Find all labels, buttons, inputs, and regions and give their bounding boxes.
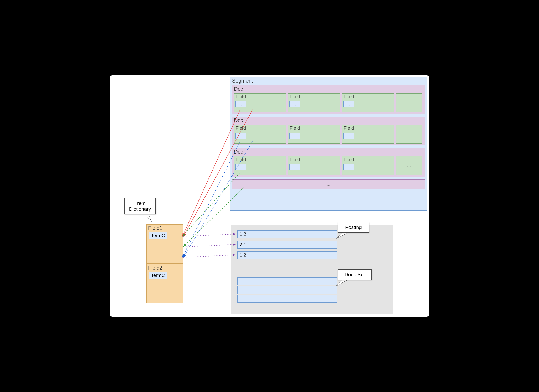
field-box: Field TermTerm... (342, 93, 394, 112)
term-more: ... (235, 164, 246, 170)
dict-field1-label: Field1 (147, 225, 183, 232)
doc-label: Doc (232, 148, 425, 155)
field-box: Field TermTerm... (342, 125, 394, 144)
dict-field2-label: Field2 (147, 264, 183, 271)
term-more: ... (235, 101, 246, 107)
field-label: Field (342, 156, 394, 163)
doc-label: Doc (232, 117, 425, 124)
term-more: ... (289, 164, 300, 170)
svg-line-9 (183, 234, 235, 236)
docidset-row (237, 286, 337, 294)
segment-box: Segment Doc Field TermTerm... Field Term… (230, 77, 427, 211)
term-more: ... (289, 101, 300, 107)
field-box: Field TermTerm... (234, 93, 286, 112)
callout-posting: Posting (338, 222, 369, 233)
doc-box: Doc Field TermTerm... Field TermTerm... … (232, 117, 425, 145)
field-label: Field (288, 125, 340, 132)
term-more: ... (235, 133, 246, 139)
dict-field1: Field1 TermA TermB TermC (146, 224, 183, 264)
docidset-row (237, 295, 337, 303)
field-box: Field TermTerm... (288, 93, 340, 112)
docidset-row (237, 277, 337, 285)
field-label: Field (288, 94, 340, 100)
term-more: ... (343, 101, 354, 107)
field-box: Field TermTerm... (288, 125, 340, 144)
field-label: Field (342, 125, 394, 132)
svg-line-11 (183, 255, 235, 257)
field-label: Field (234, 94, 286, 100)
posting-row: 1 2 (237, 251, 337, 259)
doc-more: ... (232, 179, 425, 189)
doc-box: Doc Field TermTerm... Field TermTerm... … (232, 148, 425, 177)
field-label: Field (234, 125, 286, 132)
field-label: Field (288, 156, 340, 163)
field-box: Field TermTerm... (234, 156, 286, 175)
dict-field2: Field2 TermA TermB TermC (146, 264, 183, 303)
svg-line-10 (183, 244, 235, 247)
field-box: Field TermTerm... (288, 156, 340, 175)
dict-term: TermC (149, 232, 167, 239)
field-more: ... (396, 93, 422, 112)
field-box: Field TermTerm... (234, 125, 286, 144)
term-more: ... (343, 164, 354, 170)
doc-box: Doc Field TermTerm... Field TermTerm... … (232, 85, 425, 114)
field-box: Field TermTerm... (342, 156, 394, 175)
posting-row: 1 2 (237, 230, 337, 238)
field-label: Field (342, 94, 394, 100)
field-more: ... (396, 156, 422, 175)
callout-docidset: DocIdSet (338, 269, 372, 280)
term-more: ... (289, 133, 300, 139)
diagram-canvas: Segment Doc Field TermTerm... Field Term… (110, 75, 429, 317)
segment-label: Segment (230, 77, 427, 84)
field-more: ... (396, 125, 422, 144)
field-label: Field (234, 156, 286, 163)
callout-trem-dictionary: Trem Dictionary (124, 198, 156, 214)
doc-label: Doc (232, 85, 425, 92)
term-more: ... (343, 133, 354, 139)
dict-term: TermC (149, 272, 167, 279)
posting-row: 2 1 (237, 241, 337, 249)
